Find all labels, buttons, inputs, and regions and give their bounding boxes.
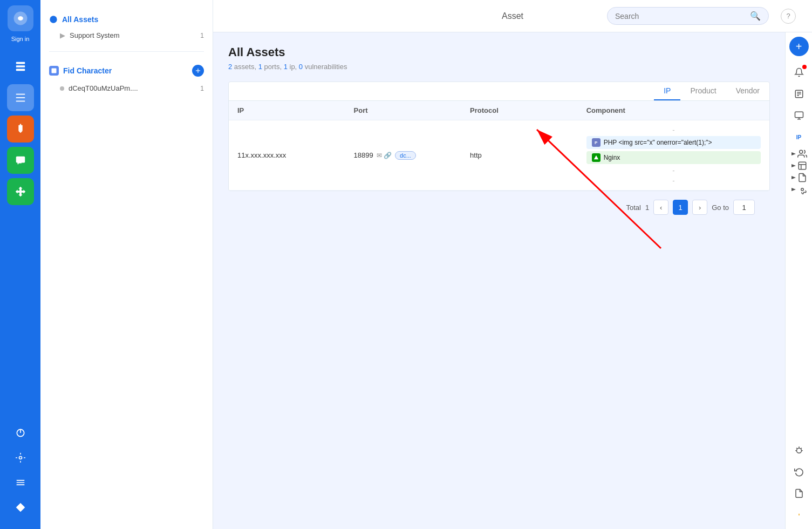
page-subtitle: 2 assets, 1 ports, 1 ip, 0 vulnerabiliti…: [228, 63, 770, 71]
group-item[interactable]: dCeqT00uMzUaPm.... 1: [40, 81, 213, 96]
comp-nginx: Nginx: [586, 151, 761, 164]
total-count: 1: [645, 204, 649, 212]
assets-count: 2: [228, 63, 232, 71]
rp-monitor-button[interactable]: [789, 106, 809, 125]
fid-character-header[interactable]: Fid Character: [40, 60, 213, 81]
svg-rect-6: [16, 97, 25, 98]
right-panel: + IP: [785, 32, 812, 529]
svg-point-34: [799, 150, 802, 153]
fid-character-label: Fid Character: [63, 66, 112, 75]
svg-rect-36: [799, 162, 806, 169]
rp-bug-button[interactable]: [789, 440, 809, 460]
next-page-button[interactable]: ›: [692, 200, 707, 215]
nav-settings[interactable]: [10, 447, 31, 469]
nav-item-puzzle[interactable]: [7, 178, 34, 205]
tab-vendor[interactable]: Vendor: [726, 82, 769, 100]
col-protocol: Protocol: [470, 106, 586, 114]
ip-cell: 11x.xxx.xxx.xxx: [237, 151, 354, 159]
group-icon: [49, 66, 59, 76]
rp-expand-2[interactable]: [791, 161, 807, 171]
protocol-cell: http: [470, 151, 586, 159]
sidebar: All Assets ▶ Support System 1 Fid Charac…: [40, 0, 213, 529]
search-input[interactable]: [615, 12, 747, 21]
svg-rect-4: [16, 69, 25, 71]
main-content: All Assets 2 assets, 1 ports, 1 ip, 0 vu…: [213, 32, 785, 529]
current-page-button[interactable]: 1: [673, 200, 688, 215]
svg-marker-23: [593, 155, 598, 160]
all-assets-section: All Assets ▶ Support System 1: [40, 6, 213, 47]
port-icons: ✉ 🔗: [377, 152, 392, 159]
prev-page-button[interactable]: ‹: [653, 200, 668, 215]
help-button[interactable]: ?: [781, 9, 796, 24]
nginx-label: Nginx: [604, 154, 620, 161]
group-item-count: 1: [200, 85, 204, 92]
svg-rect-11: [16, 157, 25, 163]
svg-marker-33: [791, 152, 796, 155]
add-group-button[interactable]: [192, 65, 204, 77]
nav-power[interactable]: [10, 422, 31, 444]
port-badge[interactable]: dc...: [395, 151, 416, 160]
nav-item-layers[interactable]: [7, 53, 34, 80]
port-cell: 18899 ✉ 🔗 dc...: [354, 151, 470, 160]
svg-marker-18: [16, 503, 25, 512]
nav-item-alert[interactable]: [7, 116, 34, 143]
nginx-logo: [592, 153, 601, 162]
page-input[interactable]: [733, 200, 755, 215]
svg-rect-7: [16, 101, 25, 102]
svg-marker-37: [791, 176, 796, 179]
ip-value: 11x.xxx.xxx.xxx: [237, 151, 286, 159]
svg-point-19: [50, 16, 57, 23]
top-bar: Asset 🔍 ?: [213, 0, 812, 32]
sidebar-divider: [49, 51, 204, 52]
rp-file-button[interactable]: [789, 484, 809, 503]
content-area: All Assets 2 assets, 1 ports, 1 ip, 0 vu…: [213, 32, 812, 529]
php-label: PHP <img src="x" onerror="alert(1);">: [604, 139, 712, 146]
svg-point-10: [19, 124, 21, 125]
tab-ip[interactable]: IP: [654, 82, 680, 100]
svg-marker-35: [791, 164, 796, 167]
rp-add-button[interactable]: +: [789, 37, 809, 56]
svg-point-14: [19, 457, 22, 459]
rp-list-button[interactable]: [789, 84, 809, 104]
ports-count: 1: [258, 63, 262, 71]
nav-menu[interactable]: [10, 472, 31, 493]
tabs: IP Product Vendor: [654, 82, 769, 100]
page-header-title: Asset: [502, 11, 523, 21]
nav-diamond[interactable]: [10, 497, 31, 518]
app-logo[interactable]: [8, 5, 33, 31]
sign-in-label: Sign in: [11, 36, 30, 42]
support-system-count: 1: [200, 32, 204, 39]
rp-expand-4[interactable]: [791, 185, 807, 194]
rp-ip-label: IP: [789, 127, 809, 147]
comp-dash-3: -: [586, 177, 761, 185]
nav-item-chat[interactable]: [7, 147, 34, 174]
col-port: Port: [354, 106, 470, 114]
support-system-label: Support System: [70, 31, 120, 39]
component-cell: - P PHP <img src="x" onerror="alert(1);"…: [586, 126, 761, 185]
all-assets-header[interactable]: All Assets: [40, 11, 213, 28]
comp-dash-2: -: [586, 166, 761, 174]
svg-rect-5: [16, 94, 25, 95]
ip-count: 1: [284, 63, 288, 71]
svg-rect-15: [16, 480, 24, 481]
svg-rect-30: [795, 112, 803, 118]
tab-product[interactable]: Product: [680, 82, 726, 100]
rp-refresh-button[interactable]: [789, 462, 809, 481]
group-item-label: dCeqT00uMzUaPm....: [69, 84, 138, 92]
support-system-item[interactable]: ▶ Support System 1: [40, 28, 213, 43]
rp-expand-1[interactable]: [791, 149, 807, 159]
search-box[interactable]: 🔍: [607, 7, 769, 25]
comp-php: P PHP <img src="x" onerror="alert(1);">: [586, 136, 761, 149]
search-icon: 🔍: [750, 11, 761, 21]
rp-bell-button[interactable]: [789, 63, 809, 82]
port-number: 18899: [354, 151, 373, 159]
rp-expand-3[interactable]: [791, 173, 807, 182]
svg-rect-2: [16, 62, 25, 64]
svg-point-39: [801, 188, 803, 191]
rp-warning-button[interactable]: [789, 505, 809, 525]
php-logo: P: [592, 138, 601, 147]
svg-marker-38: [791, 188, 796, 191]
nav-item-list[interactable]: [7, 84, 34, 111]
svg-rect-16: [16, 482, 24, 483]
vuln-count: 0: [299, 63, 303, 71]
